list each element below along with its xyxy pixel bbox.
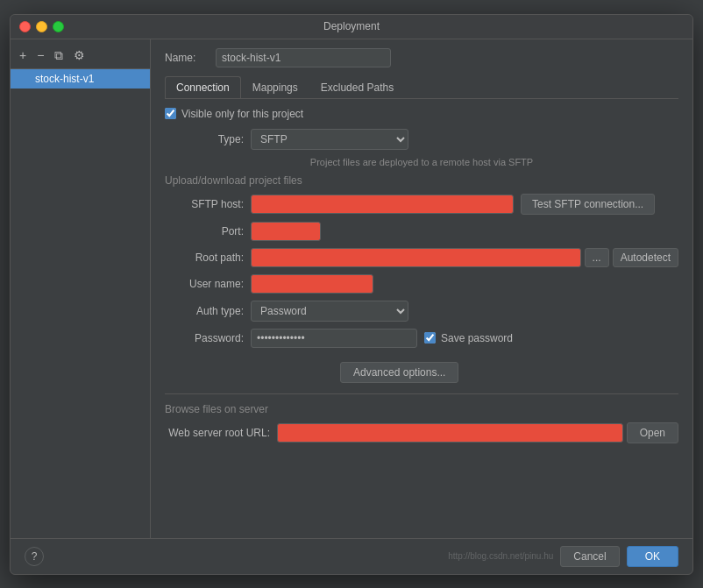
web-url-label: Web server root URL: bbox=[165, 427, 270, 439]
footer: ? http://blog.csdn.net/pinu.hu Cancel OK bbox=[11, 538, 692, 574]
type-label: Type: bbox=[165, 133, 244, 145]
remove-server-button[interactable]: − bbox=[33, 46, 47, 64]
autodetect-button[interactable]: Autodetect bbox=[613, 248, 678, 267]
type-row: Type: SFTP bbox=[165, 129, 678, 150]
help-button[interactable]: ? bbox=[25, 547, 44, 566]
type-hint: Project files are deployed to a remote h… bbox=[165, 157, 678, 167]
maximize-button[interactable] bbox=[53, 21, 64, 32]
open-button[interactable]: Open bbox=[627, 422, 678, 443]
name-row: Name: bbox=[165, 48, 678, 67]
root-path-label: Root path: bbox=[165, 251, 244, 264]
visible-checkbox[interactable] bbox=[165, 108, 176, 119]
name-label: Name: bbox=[165, 52, 209, 64]
root-path-row: Root path: ... Autodetect bbox=[165, 248, 678, 267]
settings-server-button[interactable]: ⚙ bbox=[70, 46, 89, 64]
window-title: Deployment bbox=[323, 20, 380, 32]
visible-checkbox-row: Visible only for this project bbox=[165, 108, 678, 120]
section-divider bbox=[165, 393, 678, 394]
ok-button[interactable]: OK bbox=[627, 546, 678, 567]
root-path-input[interactable] bbox=[251, 248, 581, 267]
name-input[interactable] bbox=[216, 48, 391, 67]
sidebar-item-label: stock-hist-v1 bbox=[35, 73, 94, 85]
test-sftp-button[interactable]: Test SFTP connection... bbox=[521, 194, 655, 215]
traffic-lights bbox=[19, 21, 64, 32]
cancel-button[interactable]: Cancel bbox=[560, 546, 619, 567]
user-name-label: User name: bbox=[165, 278, 244, 290]
tab-connection[interactable]: Connection bbox=[165, 76, 241, 98]
save-password-label: Save password bbox=[441, 332, 513, 344]
password-row: Password: Save password bbox=[165, 329, 678, 348]
auth-type-row: Auth type: Password Key pair OpenSSH con… bbox=[165, 301, 678, 322]
user-name-row: User name: bbox=[165, 274, 678, 294]
sftp-host-label: SFTP host: bbox=[165, 198, 244, 210]
sidebar-toolbar: + − ⧉ ⚙ bbox=[11, 43, 150, 69]
sidebar: + − ⧉ ⚙ stock-hist-v1 bbox=[11, 39, 151, 538]
upload-section-title: Upload/download project files bbox=[165, 174, 678, 187]
port-label: Port: bbox=[165, 225, 244, 237]
auth-type-select[interactable]: Password Key pair OpenSSH config and aut… bbox=[251, 301, 408, 322]
sidebar-item-stock-hist-v1[interactable]: stock-hist-v1 bbox=[11, 69, 150, 89]
type-select[interactable]: SFTP bbox=[251, 129, 408, 150]
copy-server-button[interactable]: ⧉ bbox=[51, 46, 67, 65]
minimize-button[interactable] bbox=[36, 21, 47, 32]
password-label: Password: bbox=[165, 332, 244, 344]
sftp-host-row: SFTP host: Test SFTP connection... bbox=[165, 194, 678, 215]
close-button[interactable] bbox=[19, 21, 31, 32]
server-icon bbox=[18, 73, 30, 85]
main-panel: Name: Connection Mappings Excluded Paths bbox=[151, 39, 692, 538]
port-input[interactable] bbox=[251, 222, 321, 241]
save-password-checkbox[interactable] bbox=[424, 332, 436, 344]
sftp-host-input[interactable] bbox=[251, 195, 514, 214]
web-url-row: Web server root URL: Open bbox=[165, 422, 678, 443]
browse-server-title: Browse files on server bbox=[165, 403, 678, 415]
user-name-input[interactable] bbox=[251, 274, 373, 294]
password-input[interactable] bbox=[251, 329, 417, 348]
save-password-row: Save password bbox=[424, 332, 513, 344]
web-url-input[interactable] bbox=[277, 423, 623, 443]
watermark-text: http://blog.csdn.net/pinu.hu bbox=[448, 551, 553, 561]
advanced-options-section: Advanced options... bbox=[252, 358, 678, 383]
tab-mappings[interactable]: Mappings bbox=[241, 76, 309, 98]
visible-checkbox-label: Visible only for this project bbox=[181, 108, 303, 120]
port-row: Port: bbox=[165, 222, 678, 241]
footer-left: ? bbox=[25, 547, 441, 566]
tab-excluded-paths[interactable]: Excluded Paths bbox=[309, 76, 405, 98]
auth-type-label: Auth type: bbox=[165, 305, 244, 317]
tabs: Connection Mappings Excluded Paths bbox=[165, 76, 678, 99]
browse-button[interactable]: ... bbox=[585, 248, 609, 267]
title-bar: Deployment bbox=[11, 15, 692, 39]
advanced-options-button[interactable]: Advanced options... bbox=[340, 362, 458, 383]
connection-section: Visible only for this project Type: SFTP… bbox=[165, 108, 678, 450]
add-server-button[interactable]: + bbox=[16, 46, 30, 64]
